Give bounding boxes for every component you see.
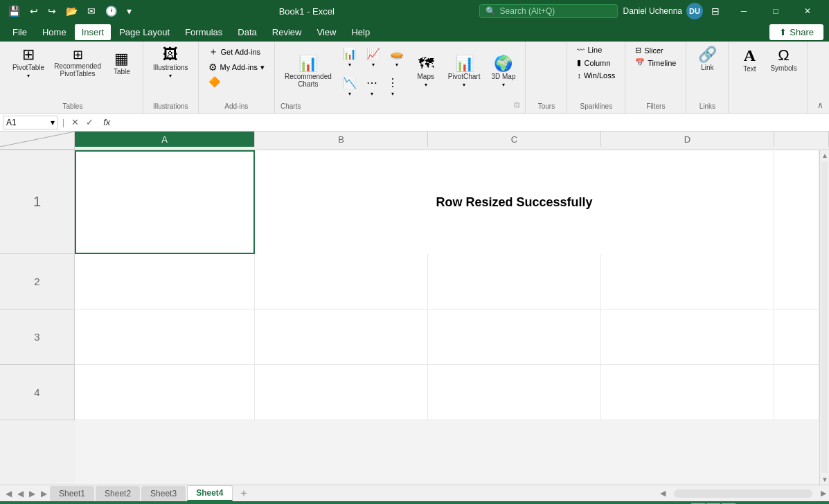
row-num-2[interactable]: 2 — [0, 254, 75, 309]
cell-C2[interactable] — [428, 254, 601, 309]
confirm-formula-button[interactable]: ✓ — [83, 116, 96, 129]
cell-A4[interactable] — [75, 365, 255, 420]
sheet-tab-sheet1[interactable]: Sheet1 — [50, 486, 94, 501]
cell-D3[interactable] — [601, 309, 774, 364]
ribbon-group-tours: Tours — [526, 42, 567, 113]
minimize-button[interactable]: ─ — [728, 0, 760, 22]
sheet-tab-sheet2[interactable]: Sheet2 — [96, 486, 140, 501]
ribbon-display-icon[interactable]: ⊟ — [708, 4, 722, 18]
cell-reference-box[interactable]: A1 ▾ — [3, 116, 58, 129]
line-chart-button[interactable]: 📈 ▾ — [362, 44, 384, 71]
cell-extra-row4[interactable] — [774, 365, 819, 420]
search-input[interactable] — [500, 6, 597, 16]
row-num-4[interactable]: 4 — [0, 365, 75, 420]
cell-extra-row1[interactable] — [774, 150, 819, 254]
col-header-more[interactable] — [774, 132, 829, 147]
menu-formulas[interactable]: Formulas — [178, 24, 229, 40]
sheet-nav-next2[interactable]: ▶ — [38, 489, 50, 498]
cell-D2[interactable] — [601, 254, 774, 309]
cell-extra-row2[interactable] — [774, 254, 819, 309]
menu-file[interactable]: File — [6, 24, 34, 40]
recommended-charts-button[interactable]: 📊 RecommendedCharts — [280, 53, 336, 91]
cell-B4[interactable] — [255, 365, 428, 420]
bar-chart-button[interactable]: 📉 ▾ — [339, 73, 361, 100]
col-header-D[interactable]: D — [601, 132, 774, 147]
undo-icon[interactable]: ↩ — [27, 4, 41, 18]
link-button[interactable]: 🔗 Link — [692, 44, 722, 74]
save-icon[interactable]: 💾 — [6, 4, 23, 18]
table-button[interactable]: ▦ Table — [107, 48, 137, 78]
menu-insert[interactable]: Insert — [75, 24, 112, 40]
cell-D4[interactable] — [601, 365, 774, 420]
slicer-button[interactable]: ⊟ Slicer — [631, 44, 680, 56]
symbols-button[interactable]: Ω Symbols — [766, 45, 801, 75]
close-button[interactable]: ✕ — [792, 0, 823, 22]
search-box[interactable]: 🔍 — [479, 4, 618, 18]
row-num-1[interactable]: 1 — [0, 150, 75, 254]
extra-addin[interactable]: 🔶 — [204, 75, 269, 89]
cancel-formula-button[interactable]: ✕ — [69, 116, 82, 129]
get-addins-button[interactable]: ＋ Get Add-ins — [204, 44, 269, 60]
col-header-B[interactable]: B — [255, 132, 428, 147]
sheet-tab-sheet3[interactable]: Sheet3 — [141, 486, 186, 501]
collapse-ribbon-button[interactable]: ∧ — [814, 98, 826, 113]
cell-A3[interactable] — [75, 309, 255, 364]
column-chart-button[interactable]: 📊 ▾ — [339, 44, 361, 71]
text-button[interactable]: A Text — [734, 44, 765, 75]
more-charts-button[interactable]: ⋮ ▾ — [383, 73, 402, 100]
more-icon[interactable]: ▾ — [124, 4, 134, 18]
share-button[interactable]: ⬆ Share — [769, 24, 823, 40]
3d-map-button[interactable]: 🌍 3D Map ▾ — [487, 53, 519, 91]
timeline-button[interactable]: 📅 Timeline — [631, 57, 680, 69]
cell-A2[interactable] — [75, 254, 255, 309]
scatter-chart-button[interactable]: ⋯ ▾ — [362, 73, 382, 100]
email-icon[interactable]: ✉ — [84, 4, 98, 18]
cell-extra-row3[interactable] — [774, 309, 819, 364]
illustrations-button[interactable]: 🖼 Illustrations ▾ — [149, 44, 193, 82]
cell-C3[interactable] — [428, 309, 601, 364]
my-addins-button[interactable]: ⚙ My Add-ins ▾ — [204, 60, 269, 74]
charts-expand-icon[interactable]: ⊡ — [514, 101, 519, 109]
cell-A1[interactable] — [75, 150, 255, 254]
col-header-C[interactable]: C — [428, 132, 601, 147]
win-loss-button[interactable]: ↕ Win/Loss — [573, 70, 619, 81]
maximize-button[interactable]: □ — [760, 0, 792, 22]
cell-B2[interactable] — [255, 254, 428, 309]
pie-chart-button[interactable]: 🥧 ▾ — [386, 44, 408, 71]
line-sparkline-button[interactable]: 〰 Line — [573, 44, 619, 55]
pivot-chart-button[interactable]: 📊 PivotChart ▾ — [444, 53, 485, 91]
recommended-pivottables-button[interactable]: ⊞ RecommendedPivotTables — [50, 46, 105, 80]
cell-B1-merged[interactable]: Row Resized Successfully — [255, 150, 774, 254]
menu-review[interactable]: Review — [265, 24, 309, 40]
history-icon[interactable]: 🕐 — [102, 4, 120, 18]
sheet-scroll-right[interactable]: ▶ — [821, 489, 826, 498]
menu-home[interactable]: Home — [35, 24, 73, 40]
cell-C4[interactable] — [428, 365, 601, 420]
menu-help[interactable]: Help — [344, 24, 377, 40]
sheet-scroll-left[interactable]: ◀ — [660, 489, 666, 498]
cell-ref-dropdown[interactable]: ▾ — [51, 118, 55, 127]
scroll-up-button[interactable]: ▲ — [820, 150, 829, 161]
column-sparkline-button[interactable]: ▮ Column — [573, 57, 619, 69]
sheet-nav-prev[interactable]: ◀ — [3, 489, 15, 498]
col-header-A[interactable]: A — [75, 132, 255, 147]
add-sheet-button[interactable]: ＋ — [234, 486, 253, 501]
scroll-down-button[interactable]: ▼ — [820, 474, 829, 485]
maps-button[interactable]: 🗺 Maps ▾ — [411, 53, 441, 91]
row-num-3[interactable]: 3 — [0, 309, 75, 365]
open-file-icon[interactable]: 📂 — [63, 4, 80, 18]
menu-page-layout[interactable]: Page Layout — [112, 24, 177, 40]
formula-input[interactable] — [117, 118, 826, 127]
pivot-table-button[interactable]: ⊞ PivotTable ▾ — [8, 44, 48, 82]
scroll-thumb[interactable] — [821, 162, 828, 473]
horizontal-scrollbar[interactable] — [674, 489, 812, 498]
sheet-nav-next[interactable]: ▶ — [26, 489, 38, 498]
menu-data[interactable]: Data — [231, 24, 263, 40]
menu-view[interactable]: View — [310, 24, 343, 40]
vertical-scrollbar[interactable]: ▲ ▼ — [819, 150, 829, 485]
user-avatar[interactable]: DU — [686, 3, 703, 19]
sheet-tab-sheet4[interactable]: Sheet4 — [187, 485, 232, 501]
cell-B3[interactable] — [255, 309, 428, 364]
sheet-nav-prev2[interactable]: ◀ — [15, 489, 26, 498]
redo-icon[interactable]: ↪ — [45, 4, 59, 18]
